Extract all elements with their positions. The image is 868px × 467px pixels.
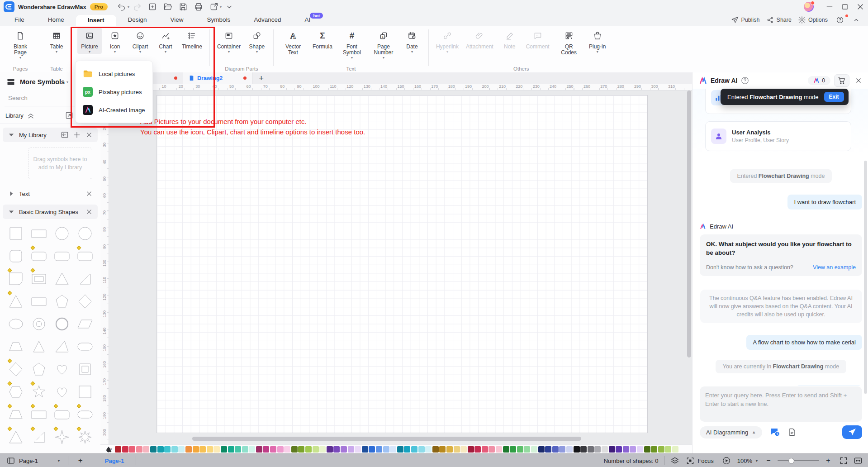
print-icon[interactable] (193, 1, 204, 12)
color-swatch[interactable] (362, 446, 368, 453)
color-swatch[interactable] (157, 446, 164, 453)
color-swatch[interactable] (164, 446, 171, 453)
color-swatch[interactable] (460, 446, 467, 453)
shape-rtriangle[interactable] (28, 427, 49, 447)
shape-triangle[interactable] (5, 291, 26, 311)
color-swatch[interactable] (397, 446, 403, 453)
color-swatch[interactable] (637, 446, 643, 453)
maximize-button[interactable] (837, 0, 853, 14)
color-swatch[interactable] (439, 446, 446, 453)
color-swatch[interactable] (588, 446, 594, 453)
shape-rrect[interactable] (52, 405, 72, 424)
color-swatch[interactable] (468, 446, 474, 453)
color-swatch[interactable] (616, 446, 622, 453)
shape-square[interactable] (5, 224, 26, 243)
page-selector[interactable]: Page-1 ▼ (16, 457, 63, 464)
color-swatch[interactable] (531, 446, 537, 453)
color-swatch[interactable] (185, 446, 192, 453)
color-swatch[interactable] (594, 446, 601, 453)
ai-credits-pill[interactable]: 0 (808, 76, 830, 85)
shape-corner-rect[interactable] (5, 269, 26, 289)
shape-rrect[interactable] (52, 246, 72, 266)
color-swatch[interactable] (333, 446, 340, 453)
color-swatch[interactable] (348, 446, 354, 453)
text-section-header[interactable]: Text (3, 186, 98, 201)
color-swatch[interactable] (207, 446, 213, 453)
page-number-button[interactable]: 1Page Number▾ (368, 28, 399, 60)
menu-item-ai-created-image[interactable]: AI-Created Image (76, 101, 152, 119)
publish-button[interactable]: Publish (728, 15, 763, 25)
focus-icon[interactable] (685, 455, 696, 466)
color-swatch[interactable] (446, 446, 453, 453)
date-button[interactable]: Date▾ (400, 28, 424, 60)
color-swatch[interactable] (178, 446, 185, 453)
export-icon[interactable] (209, 1, 219, 12)
menu-item-pixabay-pictures[interactable]: pxPixabay pictures (76, 83, 152, 101)
color-swatch[interactable] (115, 446, 121, 453)
shape-donut[interactable] (28, 314, 49, 334)
table-button[interactable]: Table▾ (44, 28, 69, 54)
shape-capsule[interactable] (75, 405, 95, 424)
shape-rrect[interactable] (75, 246, 95, 266)
menu-item-local-pictures[interactable]: Local pictures (76, 65, 152, 83)
color-swatch[interactable] (418, 446, 425, 453)
color-swatch[interactable] (319, 446, 326, 453)
ai-mode-selector[interactable]: AI Diagramming ▲ (700, 426, 762, 438)
color-swatch[interactable] (291, 446, 298, 453)
shape-scalene[interactable] (52, 337, 72, 357)
shape-burst[interactable] (75, 427, 95, 447)
exit-mode-button[interactable]: Exit (824, 92, 844, 102)
color-swatch[interactable] (609, 446, 615, 453)
suggestion-card-user-analysis[interactable]: User AnalysisUser Profile, User Story (705, 121, 851, 151)
undo-icon[interactable] (116, 1, 127, 12)
shape-pentagon[interactable] (52, 291, 72, 311)
color-swatch[interactable] (623, 446, 629, 453)
icon-button[interactable]: Icon▾ (103, 28, 127, 54)
shape-heart[interactable] (52, 359, 72, 379)
menu-tab-advanced[interactable]: Advanced (242, 14, 293, 25)
shape-rsquare[interactable] (5, 246, 26, 266)
color-swatch[interactable] (249, 446, 255, 453)
shape-hexagon[interactable] (5, 382, 26, 402)
new-chat-icon[interactable] (787, 428, 797, 437)
clipart-button[interactable]: Clipart▾ (128, 28, 152, 54)
color-swatch[interactable] (369, 446, 375, 453)
font-symbol-button[interactable]: #Font Symbol▾ (337, 28, 367, 60)
vertical-scrollbar[interactable] (687, 91, 691, 435)
shape-diamond[interactable] (75, 291, 95, 311)
color-swatch[interactable] (404, 446, 410, 453)
color-swatch[interactable] (327, 446, 333, 453)
vector-text-button[interactable]: AVector Text (278, 28, 308, 60)
blank-page-button[interactable]: Blank Page▾ (5, 28, 36, 60)
close-ai-panel-icon[interactable] (853, 75, 864, 86)
fit-width-icon[interactable] (853, 455, 863, 466)
color-swatch[interactable] (284, 446, 290, 453)
open-file-icon[interactable] (162, 1, 173, 12)
shape-circle[interactable] (75, 224, 95, 243)
zoom-out-button[interactable]: − (763, 455, 774, 466)
plug-in-button[interactable]: Plug-in▾ (585, 28, 610, 60)
color-swatch[interactable] (602, 446, 608, 453)
shape-trapezoid[interactable] (5, 337, 26, 357)
shape-button[interactable]: Shape▾ (245, 28, 269, 54)
ai-chat-scrollbar[interactable] (864, 161, 867, 394)
color-swatch[interactable] (425, 446, 432, 453)
color-swatch[interactable] (630, 446, 636, 453)
timeline-button[interactable]: Timeline (179, 28, 205, 54)
color-swatch[interactable] (538, 446, 545, 453)
collapse-ribbon-button[interactable] (849, 15, 863, 25)
color-swatch[interactable] (376, 446, 382, 453)
options-button[interactable]: Options (795, 15, 831, 25)
picture-button[interactable]: Picture▾ (77, 28, 102, 54)
shape-rect[interactable] (28, 291, 49, 311)
drawing-page[interactable] (157, 95, 648, 433)
color-swatch[interactable] (411, 446, 417, 453)
color-swatch[interactable] (672, 446, 678, 453)
shape-rect[interactable] (28, 224, 49, 243)
add-page-button[interactable]: + (75, 456, 86, 465)
color-swatch[interactable] (256, 446, 262, 453)
color-swatch[interactable] (193, 446, 199, 453)
color-swatch[interactable] (474, 446, 481, 453)
color-swatch[interactable] (580, 446, 587, 453)
color-swatch[interactable] (552, 446, 559, 453)
